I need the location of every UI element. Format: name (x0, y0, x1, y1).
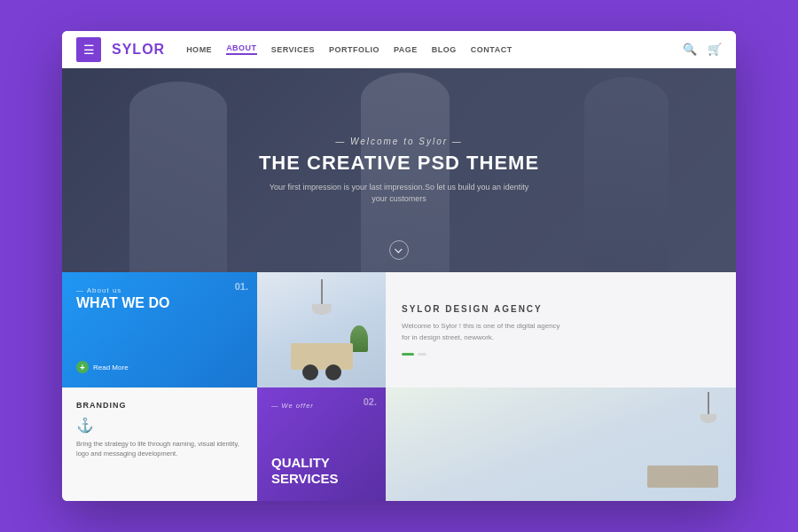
we-offer-label: We offer (271, 402, 372, 410)
hero-title: THE CREATIVE PSD THEME (259, 152, 539, 175)
chair-2 (325, 364, 341, 380)
branding-card: BRANDING ⚓ Bring the strategy to life th… (62, 387, 257, 501)
plus-icon: + (76, 361, 89, 373)
cart-icon[interactable]: 🛒 (708, 43, 722, 56)
branding-title: BRANDING (76, 401, 243, 410)
hero-section: Welcome to Sylor THE CREATIVE PSD THEME … (62, 68, 736, 272)
nav-page[interactable]: PAGE (394, 45, 418, 54)
browser-window: ☰ SYLOR HOME ABOUT SERVICES PORTFOLIO PA… (62, 31, 736, 501)
card-number-2: 02. (364, 396, 377, 407)
interior-image-2 (386, 387, 736, 501)
dot-inactive[interactable] (418, 353, 426, 356)
nav-home[interactable]: HOME (186, 45, 212, 54)
right-column: SYLOR DESIGN AGENCY Welcome to Sylor ! t… (386, 272, 736, 501)
nav-portfolio[interactable]: PORTFOLIO (329, 45, 379, 54)
quality-services-title: QUALITY SERVICES (271, 455, 372, 487)
navbar-icons: 🔍 🛒 (683, 43, 722, 56)
hero-subtitle: Welcome to Sylor (335, 137, 463, 146)
read-more-button[interactable]: + Read More (76, 361, 243, 373)
anchor-icon: ⚓ (76, 417, 243, 434)
what-we-do-title: WHAT WE DO (76, 294, 243, 311)
chairs-decoration (302, 364, 341, 380)
table-decoration-2 (647, 466, 718, 488)
navbar: ☰ SYLOR HOME ABOUT SERVICES PORTFOLIO PA… (62, 31, 736, 68)
plant-decoration (350, 325, 368, 352)
lamp-decoration-2 (708, 392, 709, 423)
agency-pagination (402, 353, 720, 356)
content-grid: 01. About us WHAT WE DO + Read More BRAN… (62, 272, 736, 501)
hero-description: Your first impression is your last impre… (266, 182, 532, 204)
hamburger-icon: ☰ (83, 43, 95, 57)
middle-column: 02. We offer QUALITY SERVICES (257, 272, 386, 501)
scroll-down-button[interactable] (389, 240, 409, 260)
nav-contact[interactable]: CONTACT (471, 45, 512, 54)
dot-active[interactable] (402, 353, 414, 356)
nav-menu: HOME ABOUT SERVICES PORTFOLIO PAGE BLOG … (186, 43, 683, 55)
agency-card: SYLOR DESIGN AGENCY Welcome to Sylor ! t… (386, 272, 736, 387)
quality-services-card: 02. We offer QUALITY SERVICES (257, 387, 386, 501)
blue-card-inner: About us WHAT WE DO (76, 286, 243, 311)
logo-text: SYL (112, 42, 142, 57)
branding-description: Bring the strategy to life through namin… (76, 439, 243, 459)
interior-image-1 (257, 272, 386, 387)
chair-1 (302, 364, 318, 380)
site-logo[interactable]: SYLOR (112, 42, 165, 58)
what-we-do-card: 01. About us WHAT WE DO + Read More (62, 272, 257, 387)
agency-title: SYLOR DESIGN AGENCY (402, 304, 720, 314)
left-column: 01. About us WHAT WE DO + Read More BRAN… (62, 272, 257, 501)
search-icon[interactable]: 🔍 (683, 43, 697, 56)
chevron-down-icon (395, 246, 402, 253)
about-us-label: About us (76, 286, 243, 294)
nav-services[interactable]: SERVICES (271, 45, 315, 54)
nav-about[interactable]: ABOUT (226, 43, 257, 55)
agency-description: Welcome to Sylor ! this is one of the di… (402, 321, 561, 344)
lamp-decoration (321, 279, 323, 315)
logo-accent: OR (142, 42, 165, 57)
nav-blog[interactable]: BLOG (432, 45, 457, 54)
hamburger-button[interactable]: ☰ (76, 37, 101, 62)
read-more-label: Read More (93, 364, 129, 372)
